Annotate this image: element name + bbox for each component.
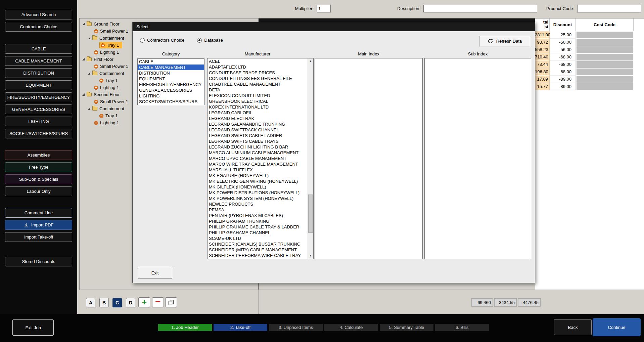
cost-row[interactable]: 2811.00 -25.00 xyxy=(535,31,644,39)
cost-row[interactable]: 93.72 -50.00 xyxy=(535,39,644,46)
manufacturer-item[interactable]: MK POWER DISTRIBUTIONS (HONEYWELL) xyxy=(208,190,308,196)
manufacturer-item[interactable]: MARCO UPVC CABLE MANAGEMENT xyxy=(208,156,308,161)
manufacturer-item[interactable]: CONDUIT FITTINGS EES GENERAL FILE xyxy=(208,76,308,81)
step-summary-table[interactable]: 5. Summary Table xyxy=(380,324,433,331)
contractors-choice-radio[interactable]: Contractors Choice xyxy=(140,38,184,43)
step-bills[interactable]: 6. Bills xyxy=(435,324,489,331)
category-item[interactable]: GENERAL ACCESSORIES xyxy=(138,87,204,93)
sidebar-category-equipment[interactable]: EQUIPMENT xyxy=(5,80,72,90)
manufacturer-item[interactable]: SCHNEIDER (CANALIS) BUSBAR TRUNKING xyxy=(208,241,308,247)
sub-con-specials-button[interactable]: Sub-Con & Specials xyxy=(5,174,72,184)
labour-only-button[interactable]: Labour Only xyxy=(5,186,72,196)
tab-c[interactable]: C xyxy=(112,298,122,307)
manufacturer-item[interactable]: KOPEX INTERNATIONAL LTD xyxy=(208,104,308,110)
multiplier-input[interactable] xyxy=(317,5,331,12)
cost-code-cell[interactable] xyxy=(576,39,634,46)
manufacturer-item[interactable]: LEGRAND SWIFTRACK CHANNEL xyxy=(208,127,308,133)
tab-a[interactable]: A xyxy=(86,298,95,307)
manufacturer-item[interactable]: PEMSA xyxy=(208,207,308,213)
remove-row-button[interactable]: − xyxy=(152,297,164,307)
category-item[interactable]: EQUIPMENT xyxy=(138,76,204,82)
manufacturer-item[interactable]: LEGRAND ELECTRAK xyxy=(208,116,308,121)
description-input[interactable] xyxy=(423,5,537,12)
category-item[interactable]: LIGHTING xyxy=(138,93,204,99)
add-row-button[interactable]: + xyxy=(138,297,150,307)
manufacturer-item[interactable]: MK POWERLINK SYSTEM (HONEYWELL) xyxy=(208,196,308,201)
manufacturer-item[interactable]: SCAME-UK LTD xyxy=(208,236,308,241)
category-item-selected[interactable]: CABLE MANAGEMENT xyxy=(138,65,204,70)
dialog-titlebar[interactable]: Select xyxy=(133,22,535,31)
manufacturer-item[interactable]: MARCO WIRE TRAY CABLE MANAGEMENT xyxy=(208,161,308,167)
copy-button[interactable] xyxy=(165,297,177,307)
manufacturer-item[interactable]: CRABTREE CABLE MANAGEMENT xyxy=(208,81,308,87)
comment-line-button[interactable]: Comment Line xyxy=(5,208,72,218)
manufacturer-item[interactable]: ACEL xyxy=(208,58,308,64)
sidebar-category-lighting[interactable]: LIGHTING xyxy=(5,117,72,126)
manufacturer-item[interactable]: LEGRAND SWIFTS CABLE TRAYS xyxy=(208,138,308,144)
cost-row[interactable]: 73.44 -68.00 xyxy=(535,61,644,68)
manufacturer-item[interactable]: MK EGATUBE (HONEYWELL) xyxy=(208,173,308,178)
refresh-data-button[interactable]: Refresh Data xyxy=(479,36,530,46)
product-code-input[interactable] xyxy=(577,5,641,12)
cost-row[interactable]: 558.23 -56.00 xyxy=(535,46,644,53)
manufacturer-item[interactable]: LEGRAND ZUCCHINI LIGHTING B BAR xyxy=(208,144,308,150)
manufacturer-item[interactable]: MK GILFLEX (HONEYWELL) xyxy=(208,184,308,190)
step-job-header[interactable]: 1. Job Header xyxy=(158,324,212,331)
manufacturer-item[interactable]: PHILLIP GRAHAME CABLE TRAY & LADDER xyxy=(208,224,308,230)
step-take-off[interactable]: 2. Take-off xyxy=(214,324,267,331)
cost-row[interactable]: 710.40 -68.00 xyxy=(535,53,644,61)
cost-code-cell[interactable] xyxy=(576,61,634,68)
manufacturer-item[interactable]: CONDUIT BASE TRADE PRICES xyxy=(208,70,308,76)
tree-expand-icon[interactable] xyxy=(82,58,85,60)
scrollbar-thumb[interactable] xyxy=(308,195,313,232)
cost-code-cell[interactable] xyxy=(576,46,634,53)
cost-row[interactable]: 17.09 -89.00 xyxy=(535,76,644,83)
database-radio[interactable]: Database xyxy=(197,38,223,43)
assemblies-button[interactable]: Assemblies xyxy=(5,150,72,160)
manufacturer-item[interactable]: LEGRAND CABLOFIL xyxy=(208,110,308,116)
dialog-exit-button[interactable]: Exit xyxy=(138,267,172,279)
sidebar-category-sockets[interactable]: SOCKET/SWITCHES/SPURS xyxy=(5,129,72,138)
cost-code-cell[interactable] xyxy=(576,83,634,90)
manufacturer-item[interactable]: SCHNEIDER PERFORMA WIRE CABLE TRAY xyxy=(208,253,308,258)
step-calculate[interactable]: 4. Calculate xyxy=(324,324,378,331)
scroll-up-icon[interactable]: ▲ xyxy=(308,58,313,64)
tab-b[interactable]: B xyxy=(99,298,109,307)
manufacturer-item[interactable]: PHILLIP GRAHAM TRUNKING xyxy=(208,218,308,224)
cost-row[interactable]: 196.80 -68.00 xyxy=(535,68,644,76)
manufacturer-item[interactable]: PHILLIP GRAHAME CHANNEL xyxy=(208,230,308,236)
manufacturer-item[interactable]: GREENBROOK ELECTRICAL xyxy=(208,98,308,104)
tree-expand-icon[interactable] xyxy=(88,108,90,110)
cost-code-cell[interactable] xyxy=(576,76,634,83)
manufacturer-item[interactable]: LEGRAND SWIFTS CABLE LADDER xyxy=(208,133,308,138)
advanced-search-button[interactable]: Advanced Search xyxy=(5,10,72,19)
cost-code-cell[interactable] xyxy=(576,53,634,61)
sidebar-category-cable-management[interactable]: CABLE MANAGEMENT xyxy=(5,56,72,66)
sidebar-category-distribution[interactable]: DISTRIBUTION xyxy=(5,68,72,78)
manufacturer-item[interactable]: MARCO ALUMINIUM CABLE MANAGEMENT xyxy=(208,150,308,156)
free-type-button[interactable]: Free Type xyxy=(5,162,72,172)
continue-button[interactable]: Continue xyxy=(593,318,641,336)
manufacturer-item[interactable]: LEGRAND SALAMANDRE TRUNKING xyxy=(208,121,308,127)
manufacturer-item[interactable]: FLEXICON CONDUIT LIMITED xyxy=(208,93,308,98)
back-button[interactable]: Back xyxy=(554,319,592,335)
category-item[interactable]: DISTRIBUTION xyxy=(138,70,204,76)
sidebar-category-fire-security[interactable]: FIRE/SECURITY/EMERGENCY xyxy=(5,92,72,102)
tree-expand-icon[interactable] xyxy=(82,93,85,96)
manufacturer-item[interactable]: ADAPTAFLEX LTD xyxy=(208,64,308,70)
import-takeoff-button[interactable]: Import Take-off xyxy=(5,232,72,242)
cost-code-cell[interactable] xyxy=(576,68,634,76)
stored-discounts-button[interactable]: Stored Discounts xyxy=(5,257,72,266)
cost-row[interactable]: 15.77 -89.00 xyxy=(535,83,644,90)
tree-expand-icon[interactable] xyxy=(88,72,90,75)
tree-expand-icon[interactable] xyxy=(82,23,85,25)
manufacturer-item[interactable]: MK ELECTRIC GEN WIRING (HONEYWELL) xyxy=(208,178,308,184)
tab-d[interactable]: D xyxy=(126,298,135,307)
exit-job-button[interactable]: Exit Job xyxy=(12,319,54,336)
contractors-choice-button[interactable]: Contractors Choice xyxy=(5,22,72,32)
scroll-down-icon[interactable]: ▼ xyxy=(308,253,313,259)
category-item[interactable]: SOCKET/SWITCHES/SPURS xyxy=(138,99,204,104)
main-index-listbox[interactable] xyxy=(315,58,423,259)
tree-expand-icon[interactable] xyxy=(88,37,90,39)
cost-code-cell[interactable] xyxy=(576,31,634,39)
